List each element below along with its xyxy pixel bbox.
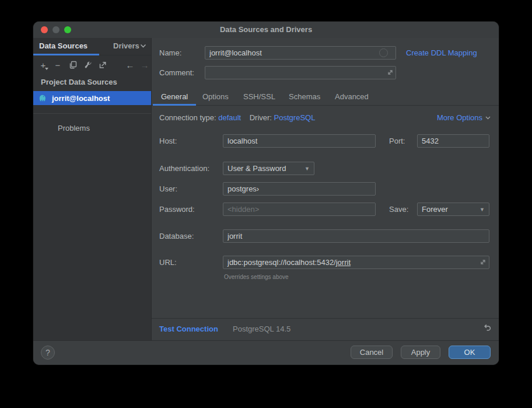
sidebar-divider bbox=[33, 113, 151, 114]
list-item-jorrit-localhost[interactable]: jorrit@localhost bbox=[33, 91, 151, 105]
wrench-icon[interactable] bbox=[82, 59, 94, 71]
comment-label: Comment: bbox=[159, 68, 194, 77]
sidebar-item-problems[interactable]: Problems bbox=[58, 124, 90, 132]
user-input[interactable] bbox=[223, 182, 376, 196]
add-dropdown-caret-icon bbox=[45, 68, 48, 70]
url-value-database: jorrit bbox=[336, 258, 351, 267]
driver-value-link[interactable]: PostgreSQL bbox=[274, 113, 316, 122]
dropdown-arrow-icon: ▼ bbox=[480, 207, 485, 212]
port-label: Port: bbox=[389, 137, 405, 145]
ok-button[interactable]: OK bbox=[449, 346, 491, 359]
save-label: Save: bbox=[389, 205, 408, 214]
database-label: Database: bbox=[159, 232, 194, 240]
url-input[interactable]: jdbc:postgresql://localhost:5432/jorrit bbox=[223, 256, 489, 269]
test-connection-link[interactable]: Test Connection bbox=[159, 325, 218, 333]
comment-input[interactable] bbox=[205, 66, 396, 79]
database-input[interactable] bbox=[223, 229, 489, 243]
dropdown-arrow-icon: ▼ bbox=[304, 166, 310, 172]
refresh-spinner-icon bbox=[379, 48, 388, 57]
project-data-sources-header: Project Data Sources bbox=[41, 78, 117, 86]
more-options-link[interactable]: More Options bbox=[437, 113, 491, 122]
chevron-down-icon[interactable] bbox=[140, 44, 146, 48]
postgresql-elephant-icon bbox=[38, 94, 47, 102]
authentication-value: User & Password bbox=[228, 164, 286, 173]
back-arrow-icon[interactable]: ← bbox=[124, 59, 136, 71]
create-ddl-mapping-link[interactable]: Create DDL Mapping bbox=[406, 48, 477, 57]
sidebar: Data Sources Drivers + − bbox=[33, 38, 152, 340]
apply-button[interactable]: Apply bbox=[401, 346, 440, 359]
panel-separator bbox=[152, 318, 499, 319]
save-dropdown[interactable]: Forever ▼ bbox=[417, 203, 489, 216]
duplicate-icon[interactable] bbox=[67, 59, 79, 71]
url-hint-text: Overrides settings above bbox=[224, 274, 289, 280]
driver-version-text: PostgreSQL 14.5 bbox=[233, 325, 290, 333]
open-in-new-icon[interactable] bbox=[97, 59, 108, 71]
expand-comment-icon[interactable] bbox=[387, 69, 394, 76]
url-label: URL: bbox=[159, 258, 177, 267]
tab-options[interactable]: Options bbox=[194, 89, 237, 105]
expand-url-icon[interactable] bbox=[480, 259, 487, 266]
url-value-prefix: jdbc:postgresql://localhost:5432/ bbox=[228, 258, 336, 267]
password-label: Password: bbox=[159, 205, 195, 214]
user-label: User: bbox=[159, 184, 177, 193]
driver-label: Driver: bbox=[250, 113, 272, 122]
tab-ssh-ssl[interactable]: SSH/SSL bbox=[235, 89, 284, 105]
help-button[interactable]: ? bbox=[41, 346, 55, 360]
remove-icon[interactable]: − bbox=[52, 59, 64, 71]
settings-tab-strip: General Options SSH/SSL Schemas Advanced bbox=[152, 89, 499, 106]
host-input[interactable] bbox=[223, 134, 376, 148]
sidebar-toolbar: + − ← → bbox=[33, 57, 151, 72]
port-input[interactable] bbox=[417, 134, 489, 148]
forward-arrow-icon: → bbox=[139, 59, 150, 71]
list-item-label: jorrit@localhost bbox=[52, 94, 110, 103]
more-options-label: More Options bbox=[437, 113, 482, 122]
revert-icon[interactable] bbox=[482, 323, 492, 333]
add-icon[interactable]: + bbox=[37, 59, 49, 71]
host-label: Host: bbox=[159, 137, 177, 145]
cancel-button[interactable]: Cancel bbox=[351, 346, 393, 359]
tab-data-sources[interactable]: Data Sources bbox=[33, 38, 93, 55]
connection-type-value-link[interactable]: default bbox=[218, 113, 241, 122]
password-input[interactable] bbox=[223, 203, 376, 216]
name-label: Name: bbox=[159, 48, 181, 57]
name-input[interactable] bbox=[205, 46, 396, 60]
window-title: Data Sources and Drivers bbox=[33, 22, 499, 38]
tab-general[interactable]: General bbox=[153, 89, 196, 105]
sidebar-tab-strip: Data Sources Drivers bbox=[33, 38, 151, 55]
dialog-button-bar: ? Cancel Apply OK bbox=[33, 340, 499, 365]
connection-settings-panel: Name: Create DDL Mapping Comment: Genera… bbox=[152, 38, 499, 340]
authentication-dropdown[interactable]: User & Password ▼ bbox=[223, 162, 314, 175]
connection-type-label: Connection type: bbox=[159, 113, 216, 122]
tab-advanced[interactable]: Advanced bbox=[327, 89, 377, 105]
title-bar: Data Sources and Drivers bbox=[33, 22, 499, 38]
data-sources-dialog: Data Sources and Drivers Data Sources Dr… bbox=[33, 22, 499, 365]
tab-schemas[interactable]: Schemas bbox=[281, 89, 328, 105]
authentication-label: Authentication: bbox=[159, 164, 209, 173]
save-value: Forever bbox=[422, 205, 448, 214]
connection-type-row: Connection type: default Driver: Postgre… bbox=[159, 113, 315, 122]
